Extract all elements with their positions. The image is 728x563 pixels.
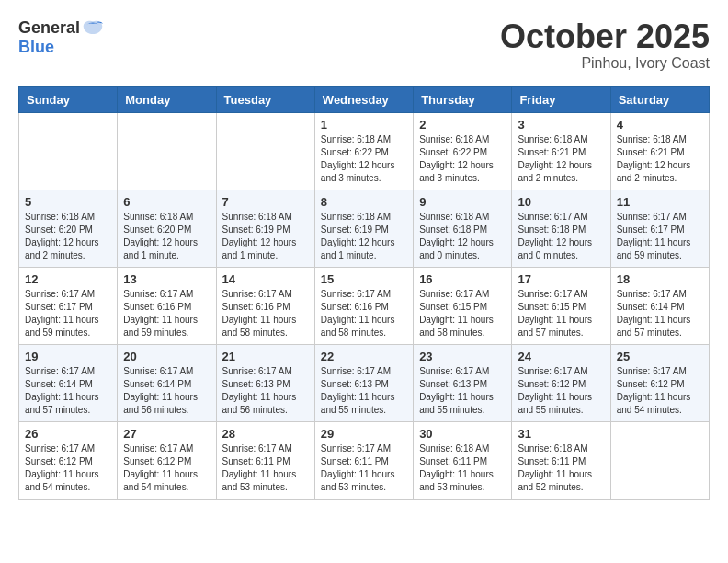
day-number: 24: [518, 350, 604, 363]
day-info: Sunrise: 6:18 AM Sunset: 6:22 PM Dayligh…: [419, 133, 506, 185]
weekday-header-wednesday: Wednesday: [314, 86, 413, 112]
day-cell: 8Sunrise: 6:18 AM Sunset: 6:19 PM Daylig…: [314, 190, 413, 267]
day-cell: [610, 421, 709, 499]
day-number: 9: [419, 195, 506, 209]
day-number: 14: [222, 272, 309, 286]
day-info: Sunrise: 6:17 AM Sunset: 6:17 PM Dayligh…: [25, 288, 111, 339]
day-number: 22: [321, 350, 407, 363]
day-info: Sunrise: 6:17 AM Sunset: 6:16 PM Dayligh…: [123, 288, 210, 339]
day-cell: 9Sunrise: 6:18 AM Sunset: 6:18 PM Daylig…: [414, 190, 512, 267]
day-info: Sunrise: 6:17 AM Sunset: 6:15 PM Dayligh…: [518, 288, 604, 339]
day-number: 6: [123, 195, 210, 209]
day-cell: 13Sunrise: 6:17 AM Sunset: 6:16 PM Dayli…: [118, 267, 216, 344]
day-cell: 31Sunrise: 6:18 AM Sunset: 6:11 PM Dayli…: [512, 421, 610, 499]
day-cell: 11Sunrise: 6:17 AM Sunset: 6:17 PM Dayli…: [610, 190, 709, 267]
week-row-4: 19Sunrise: 6:17 AM Sunset: 6:14 PM Dayli…: [19, 344, 710, 421]
day-cell: 5Sunrise: 6:18 AM Sunset: 6:20 PM Daylig…: [19, 190, 118, 267]
day-number: 28: [222, 427, 309, 441]
day-info: Sunrise: 6:17 AM Sunset: 6:17 PM Dayligh…: [617, 211, 703, 262]
day-number: 1: [321, 118, 407, 132]
day-number: 30: [419, 427, 506, 441]
day-cell: [216, 112, 314, 190]
day-info: Sunrise: 6:17 AM Sunset: 6:12 PM Dayligh…: [25, 442, 111, 494]
day-info: Sunrise: 6:18 AM Sunset: 6:21 PM Dayligh…: [617, 133, 703, 185]
day-info: Sunrise: 6:17 AM Sunset: 6:14 PM Dayligh…: [25, 365, 111, 417]
day-number: 19: [25, 350, 111, 363]
day-number: 26: [25, 427, 111, 441]
day-cell: 30Sunrise: 6:18 AM Sunset: 6:11 PM Dayli…: [414, 421, 512, 499]
weekday-header-tuesday: Tuesday: [216, 86, 314, 112]
day-number: 5: [25, 195, 111, 209]
day-number: 17: [518, 272, 604, 286]
day-cell: 20Sunrise: 6:17 AM Sunset: 6:14 PM Dayli…: [118, 344, 216, 421]
week-row-1: 1Sunrise: 6:18 AM Sunset: 6:22 PM Daylig…: [19, 112, 710, 190]
day-number: 20: [123, 350, 210, 363]
weekday-header-row: SundayMondayTuesdayWednesdayThursdayFrid…: [19, 86, 710, 112]
day-info: Sunrise: 6:18 AM Sunset: 6:21 PM Dayligh…: [518, 133, 604, 185]
day-cell: 2Sunrise: 6:18 AM Sunset: 6:22 PM Daylig…: [414, 112, 512, 190]
day-info: Sunrise: 6:17 AM Sunset: 6:13 PM Dayligh…: [419, 365, 506, 417]
logo: General Blue: [18, 18, 102, 57]
week-row-5: 26Sunrise: 6:17 AM Sunset: 6:12 PM Dayli…: [19, 421, 710, 499]
day-cell: 4Sunrise: 6:18 AM Sunset: 6:21 PM Daylig…: [610, 112, 709, 190]
day-number: 31: [518, 427, 604, 441]
day-cell: 21Sunrise: 6:17 AM Sunset: 6:13 PM Dayli…: [216, 344, 314, 421]
day-cell: 14Sunrise: 6:17 AM Sunset: 6:16 PM Dayli…: [216, 267, 314, 344]
day-info: Sunrise: 6:17 AM Sunset: 6:13 PM Dayligh…: [222, 365, 309, 417]
day-info: Sunrise: 6:17 AM Sunset: 6:16 PM Dayligh…: [222, 288, 309, 339]
day-cell: 17Sunrise: 6:17 AM Sunset: 6:15 PM Dayli…: [512, 267, 610, 344]
day-info: Sunrise: 6:17 AM Sunset: 6:11 PM Dayligh…: [321, 442, 407, 494]
day-cell: 7Sunrise: 6:18 AM Sunset: 6:19 PM Daylig…: [216, 190, 314, 267]
day-number: 10: [518, 195, 604, 209]
day-cell: 3Sunrise: 6:18 AM Sunset: 6:21 PM Daylig…: [512, 112, 610, 190]
day-cell: 23Sunrise: 6:17 AM Sunset: 6:13 PM Dayli…: [414, 344, 512, 421]
day-number: 12: [25, 272, 111, 286]
day-info: Sunrise: 6:18 AM Sunset: 6:11 PM Dayligh…: [419, 442, 506, 494]
day-number: 25: [617, 350, 703, 363]
logo-general: General: [18, 18, 80, 38]
day-cell: 27Sunrise: 6:17 AM Sunset: 6:12 PM Dayli…: [118, 421, 216, 499]
day-cell: 1Sunrise: 6:18 AM Sunset: 6:22 PM Daylig…: [314, 112, 413, 190]
day-info: Sunrise: 6:17 AM Sunset: 6:12 PM Dayligh…: [617, 365, 703, 417]
day-cell: 18Sunrise: 6:17 AM Sunset: 6:14 PM Dayli…: [610, 267, 709, 344]
day-cell: 26Sunrise: 6:17 AM Sunset: 6:12 PM Dayli…: [19, 421, 118, 499]
logo-bird-icon: [82, 19, 104, 38]
week-row-2: 5Sunrise: 6:18 AM Sunset: 6:20 PM Daylig…: [19, 190, 710, 267]
day-cell: 24Sunrise: 6:17 AM Sunset: 6:12 PM Dayli…: [512, 344, 610, 421]
weekday-header-thursday: Thursday: [414, 86, 512, 112]
day-info: Sunrise: 6:18 AM Sunset: 6:22 PM Dayligh…: [321, 133, 407, 185]
day-cell: [19, 112, 118, 190]
day-number: 23: [419, 350, 506, 363]
location-title: Pinhou, Ivory Coast: [500, 55, 710, 72]
day-info: Sunrise: 6:17 AM Sunset: 6:11 PM Dayligh…: [222, 442, 309, 494]
calendar-table: SundayMondayTuesdayWednesdayThursdayFrid…: [18, 86, 710, 500]
day-number: 4: [617, 118, 703, 132]
week-row-3: 12Sunrise: 6:17 AM Sunset: 6:17 PM Dayli…: [19, 267, 710, 344]
day-cell: 16Sunrise: 6:17 AM Sunset: 6:15 PM Dayli…: [414, 267, 512, 344]
day-cell: 29Sunrise: 6:17 AM Sunset: 6:11 PM Dayli…: [314, 421, 413, 499]
day-number: 11: [617, 195, 703, 209]
day-number: 16: [419, 272, 506, 286]
day-cell: 6Sunrise: 6:18 AM Sunset: 6:20 PM Daylig…: [118, 190, 216, 267]
day-number: 21: [222, 350, 309, 363]
weekday-header-friday: Friday: [512, 86, 610, 112]
day-info: Sunrise: 6:18 AM Sunset: 6:11 PM Dayligh…: [518, 442, 604, 494]
day-info: Sunrise: 6:18 AM Sunset: 6:18 PM Dayligh…: [419, 211, 506, 262]
day-number: 2: [419, 118, 506, 132]
day-info: Sunrise: 6:17 AM Sunset: 6:12 PM Dayligh…: [123, 442, 210, 494]
day-info: Sunrise: 6:17 AM Sunset: 6:16 PM Dayligh…: [321, 288, 407, 339]
day-number: 15: [321, 272, 407, 286]
day-number: 29: [321, 427, 407, 441]
day-cell: 15Sunrise: 6:17 AM Sunset: 6:16 PM Dayli…: [314, 267, 413, 344]
day-info: Sunrise: 6:18 AM Sunset: 6:19 PM Dayligh…: [222, 211, 309, 262]
weekday-header-sunday: Sunday: [19, 86, 118, 112]
day-number: 27: [123, 427, 210, 441]
day-cell: 19Sunrise: 6:17 AM Sunset: 6:14 PM Dayli…: [19, 344, 118, 421]
logo-blue: Blue: [18, 38, 54, 56]
page-header: General Blue October 2025 Pinhou, Ivory …: [18, 18, 710, 72]
day-info: Sunrise: 6:17 AM Sunset: 6:14 PM Dayligh…: [617, 288, 703, 339]
day-cell: 22Sunrise: 6:17 AM Sunset: 6:13 PM Dayli…: [314, 344, 413, 421]
weekday-header-monday: Monday: [118, 86, 216, 112]
day-info: Sunrise: 6:17 AM Sunset: 6:14 PM Dayligh…: [123, 365, 210, 417]
day-cell: 12Sunrise: 6:17 AM Sunset: 6:17 PM Dayli…: [19, 267, 118, 344]
